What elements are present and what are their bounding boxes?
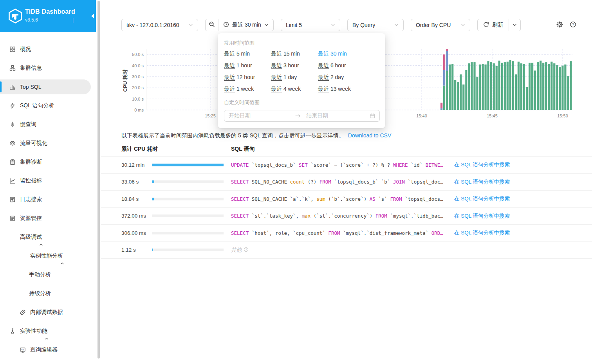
sidebar-item-manual-profiling[interactable]: 手动分析 (0, 265, 96, 284)
sidebar-item-metrics[interactable]: 监控指标 (0, 171, 96, 190)
time-option[interactable]: 最近 6 hour (318, 62, 379, 69)
cpu-time-value: 1.12 s (121, 247, 152, 253)
chevron-down-icon (331, 22, 335, 28)
sidebar-item-diagnostics[interactable]: 集群诊断 (0, 153, 96, 171)
time-option[interactable]: 最近 15 min (271, 50, 318, 58)
time-option[interactable]: 最近 12 hour (224, 74, 271, 81)
search-in-statements-link[interactable]: 在 SQL 语句分析中搜索 (454, 161, 510, 168)
table-row[interactable]: 30.12 minUPDATE `topsql_docs_b` SET `sco… (101, 157, 592, 174)
order-by-select[interactable]: Order By CPU (411, 19, 470, 31)
sidebar-item-label: 资源管控 (20, 215, 42, 222)
cpu-time-bar (152, 180, 224, 183)
sidebar-item-advanced-debugging[interactable]: 高级调试 (0, 228, 96, 247)
cpu-time-bar-fill (152, 164, 224, 166)
refresh-label: 刷新 (492, 22, 503, 29)
sidebar-item-query-editor[interactable]: SQL查询编辑器 (0, 341, 96, 359)
diagnostics-icon (9, 159, 16, 165)
help-icon: ? (570, 21, 576, 29)
instance-select-value: tikv - 127.0.0.1:20160 (126, 22, 179, 28)
sidebar-item-log-search[interactable]: 日志搜索 (0, 190, 96, 209)
time-option[interactable]: 最近 1 day (271, 74, 318, 81)
sidebar-scrollbar[interactable] (97, 0, 100, 364)
sidebar-item-slow-query[interactable]: 慢查询 (0, 115, 96, 134)
sidebar: TiDB Dashboard v8.5.6 | 概况集群信息Top SQLSQL… (0, 0, 96, 364)
time-option[interactable]: 最近 2 day (318, 74, 379, 81)
search-in-statements-link[interactable]: 在 SQL 语句分析中搜索 (454, 178, 510, 186)
sidebar-item-instance-profiling[interactable]: 实例性能分析 (0, 247, 96, 265)
refresh-button[interactable]: 刷新 (478, 19, 509, 31)
help-button[interactable]: ? (569, 22, 576, 29)
instance-select[interactable]: tikv - 127.0.0.1:20160 (121, 19, 198, 31)
table-row[interactable]: 18.84 sSELECT SQL_NO_CACHE `a`.`k`, sum … (101, 191, 592, 208)
time-range-select[interactable]: 最近 30 min (218, 19, 273, 31)
cluster-info-icon (9, 65, 16, 71)
sidebar-item-statements[interactable]: SQL 语句分析 (0, 96, 96, 115)
cpu-time-bar (152, 232, 224, 234)
column-header-cpu-time: 累计 CPU 耗时 (121, 146, 231, 153)
sidebar-collapse-icon[interactable] (91, 14, 94, 18)
limit-select-value: Limit 5 (286, 22, 302, 28)
keyviz-icon (9, 140, 16, 146)
svg-text:20.0 s: 20.0 s (132, 85, 144, 90)
sidebar-item-resource-control[interactable]: 资源管控 (0, 209, 96, 228)
table-row[interactable]: 372.00 msSELECT `st`.`task_key`, max (`s… (101, 208, 592, 225)
time-option[interactable]: 最近 5 min (224, 50, 271, 58)
custom-range-picker[interactable]: 开始日期 结束日期 (224, 110, 380, 122)
end-date-input[interactable]: 结束日期 (306, 112, 370, 119)
column-header-sql: SQL 语句 (231, 146, 454, 153)
chevron-down-icon (189, 22, 193, 28)
time-range-popup: 常用时间范围 最近 5 min最近 15 min最近 30 min最近 1 ho… (218, 33, 385, 128)
start-date-input[interactable]: 开始日期 (229, 112, 295, 119)
time-option[interactable]: 最近 1 week (224, 86, 271, 93)
svg-text:50.0 s: 50.0 s (132, 52, 144, 57)
refresh-icon (483, 22, 489, 29)
table-row[interactable]: 306.00 msSELECT `host`, role, `cpu_count… (101, 225, 592, 242)
sidebar-scrollbar-thumb[interactable] (97, 1, 100, 359)
debug-data-icon (20, 309, 26, 315)
chevron-down-icon (513, 22, 517, 29)
svg-text:15:40: 15:40 (416, 114, 427, 118)
table-row[interactable]: 1.12 s其他? (101, 242, 592, 259)
time-option[interactable]: 最近 30 min (318, 50, 379, 58)
sidebar-item-top-sql[interactable]: Top SQL (0, 77, 96, 96)
sidebar-item-continuous-profiling[interactable]: 持续分析 (0, 284, 96, 303)
aggregate-by-select[interactable]: By Query (347, 19, 404, 31)
sidebar-item-cluster-info[interactable]: 集群信息 (0, 59, 96, 77)
resource-control-icon (9, 215, 16, 222)
sql-text: SELECT SQL_NO_CACHE count (?) FROM `tops… (231, 179, 454, 185)
sidebar-item-keyviz[interactable]: 流量可视化 (0, 134, 96, 153)
metrics-icon (9, 178, 16, 184)
table-description-text: 以下表格展示了当前时间范围内消耗负载最多的 5 类 SQL 查询，点击后可进一步… (121, 132, 344, 139)
recent-ranges-title: 常用时间范围 (224, 40, 379, 47)
zoom-out-icon (209, 21, 215, 29)
sidebar-item-label: 慢查询 (20, 121, 36, 128)
search-in-statements-link[interactable]: 在 SQL 语句分析中搜索 (454, 229, 510, 236)
cpu-time-bar (152, 214, 224, 217)
table-row[interactable]: 33.06 sSELECT SQL_NO_CACHE count (?) FRO… (101, 174, 592, 191)
experimental-icon (9, 328, 16, 334)
recent-ranges-grid: 最近 5 min最近 15 min最近 30 min最近 1 hour最近 3 … (224, 50, 379, 93)
refresh-options-button[interactable] (509, 19, 520, 31)
settings-button[interactable] (556, 22, 563, 29)
sidebar-item-debug-data[interactable]: 内部调试数据 (0, 303, 96, 322)
time-option[interactable]: 最近 4 week (271, 86, 318, 93)
time-option[interactable]: 最近 3 hour (271, 62, 318, 69)
other-row-label: 其他? (231, 247, 454, 254)
overview-icon (9, 46, 16, 52)
zoom-out-button[interactable] (206, 19, 218, 31)
time-option[interactable]: 最近 1 hour (224, 62, 271, 69)
limit-select[interactable]: Limit 5 (281, 19, 340, 31)
app-version-extra: | (72, 17, 74, 23)
top-sql-table: 累计 CPU 耗时 SQL 语句 30.12 minUPDATE `topsql… (101, 142, 592, 259)
cpu-time-bar-fill (152, 249, 153, 251)
svg-text:?: ? (245, 248, 247, 251)
cpu-time-value: 30.12 min (121, 162, 152, 168)
debug-icon (9, 234, 16, 240)
search-in-statements-link[interactable]: 在 SQL 语句分析中搜索 (454, 213, 510, 220)
time-option[interactable]: 最近 13 week (318, 86, 379, 93)
sidebar-item-overview[interactable]: 概况 (0, 40, 96, 59)
sidebar-item-experimental[interactable]: 实验性功能 (0, 322, 96, 341)
download-csv-link[interactable]: Download to CSV (348, 132, 392, 139)
sidebar-item-label: 日志搜索 (20, 196, 42, 203)
search-in-statements-link[interactable]: 在 SQL 语句分析中搜索 (454, 195, 510, 202)
